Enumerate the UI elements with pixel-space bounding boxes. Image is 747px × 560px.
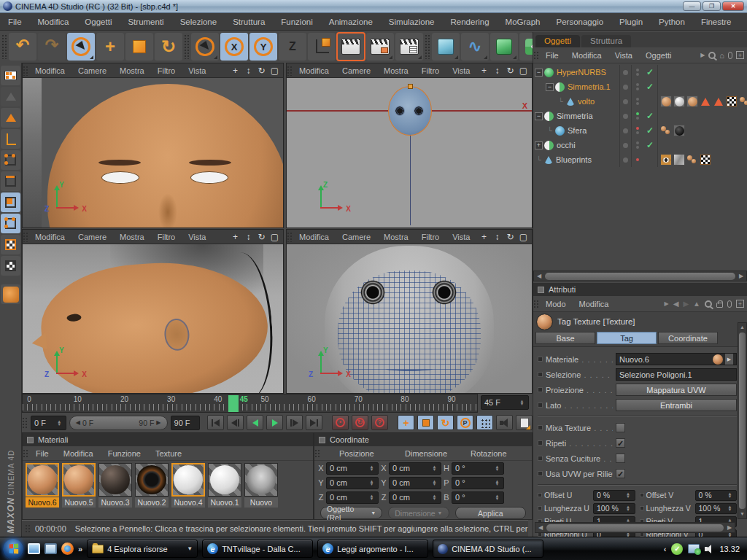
timeline-ruler[interactable]: 0 10 20 30 40 50 60 70 80 90 45	[22, 394, 478, 413]
vp2-menu-modifica[interactable]: Modifica	[293, 66, 336, 75]
om-search-icon[interactable]	[708, 52, 716, 59]
tab-base[interactable]: Base	[535, 332, 595, 344]
vp2-maximize-icon[interactable]: ▢	[518, 65, 529, 76]
om-menu-modifica[interactable]: Modifica	[565, 51, 608, 60]
size-z-field[interactable]: 0 cm▲▼	[389, 491, 441, 504]
texture-mode-button[interactable]	[1, 214, 20, 233]
texture-tag-photo[interactable]	[673, 154, 685, 166]
menu-animazione[interactable]: Animazione	[321, 18, 381, 26]
viewport4-canvas[interactable]: Y X Z	[287, 244, 532, 393]
goto-start-button[interactable]	[207, 415, 224, 430]
polygons-mode-button[interactable]	[1, 192, 20, 212]
vp1-menu-mostra[interactable]: Mostra	[113, 66, 151, 75]
record-keyframe-button[interactable]: •	[332, 415, 349, 430]
vp4-menu-mostra[interactable]: Mostra	[377, 233, 415, 241]
make-editable-button[interactable]	[1, 66, 20, 85]
offset-u-field[interactable]: 0 %▲▼	[593, 490, 635, 501]
start-button[interactable]	[3, 539, 23, 559]
attr-grip[interactable]	[533, 300, 539, 308]
menu-funzioni[interactable]: Funzioni	[273, 18, 320, 26]
vp2-menu-camere[interactable]: Camere	[336, 66, 377, 75]
apply-button[interactable]: Applica	[455, 507, 526, 519]
attr-pin-icon[interactable]	[727, 300, 732, 308]
taskbar-esplora-risorse[interactable]: 4 Esplora risorse ▼	[87, 540, 198, 558]
range-right-arrow[interactable]: ▶	[156, 419, 160, 426]
toolbar-grip-2[interactable]	[184, 34, 190, 59]
key-parameter-button[interactable]: P	[457, 415, 473, 430]
history-back-icon[interactable]: ◀	[673, 300, 679, 308]
scale-tool-button[interactable]	[125, 33, 153, 61]
offset-v-field[interactable]: 0 %▲▼	[695, 490, 738, 501]
vp1-menu-filtro[interactable]: Filtro	[151, 66, 182, 75]
tree-item-volto[interactable]: └ volto	[533, 94, 747, 109]
vp1-maximize-icon[interactable]: ▢	[269, 65, 280, 76]
om-grip[interactable]	[533, 51, 539, 60]
key-scale-button[interactable]	[417, 415, 434, 430]
enabled-check-icon[interactable]: ✓	[643, 140, 657, 150]
tree-item-sfera[interactable]: └ Sfera ✓	[533, 123, 747, 138]
vp2-menu-mostra[interactable]: Mostra	[377, 66, 415, 75]
object-mode-dropdown[interactable]: Oggetto (Rel ▼	[320, 507, 382, 519]
move-tool-button[interactable]: +	[96, 33, 124, 61]
enabled-check-icon[interactable]: ✓	[643, 111, 657, 121]
material-nuovo3[interactable]: Nuovo.3	[98, 463, 132, 508]
materials-menu-funzione[interactable]: Funzione	[101, 449, 148, 458]
rotate-tool-button[interactable]: ↻	[155, 33, 182, 61]
materials-menu-modifica[interactable]: Modifica	[56, 449, 101, 458]
attr-menu-modifica[interactable]: Modifica	[573, 300, 616, 308]
viewport2-canvas[interactable]: X Z X	[287, 78, 532, 228]
play-backward-button[interactable]	[247, 415, 263, 430]
anim-dot[interactable]	[538, 387, 543, 392]
end-frame-field[interactable]: 90 F	[171, 416, 200, 430]
menu-personaggio[interactable]: Personaggio	[549, 18, 612, 26]
tab-tag[interactable]: Tag	[597, 332, 657, 344]
selezione-value-field[interactable]: Selezione Poligoni.1	[616, 368, 737, 381]
live-selection-button[interactable]	[67, 33, 95, 61]
sound-toggle-button[interactable]	[496, 415, 513, 430]
material-nuovo2[interactable]: Nuovo.2	[135, 463, 169, 508]
menu-finestre[interactable]: Finestre	[693, 18, 740, 26]
playhead-marker[interactable]	[228, 395, 239, 413]
redo-button[interactable]: ↷	[38, 33, 66, 61]
size-y-field[interactable]: 0 cm▲▼	[389, 477, 441, 489]
om-menu-file[interactable]: File	[539, 51, 565, 60]
key-position-button[interactable]: +	[398, 415, 414, 430]
last-tool-button[interactable]	[191, 33, 219, 61]
om-menu-oggetti[interactable]: Oggetti	[639, 51, 678, 60]
keyframe-selection-button[interactable]: ?	[371, 415, 388, 430]
simmetria-collapse[interactable]: −	[535, 112, 543, 120]
close-button[interactable]: ✕	[722, 1, 744, 11]
material-nuovo5[interactable]: Nuovo.5	[62, 463, 96, 508]
edges-mode-button[interactable]	[1, 171, 20, 191]
materials-header[interactable]: Materiali	[23, 433, 313, 446]
pos-x-field[interactable]: 0 cm▲▼	[326, 462, 379, 475]
materials-grip[interactable]	[23, 449, 28, 458]
rot-p-field[interactable]: 0 °▲▼	[452, 477, 504, 489]
y-axis-lock-button[interactable]: Y	[249, 33, 277, 61]
vp4-dolly-icon[interactable]: ↕	[492, 231, 503, 242]
material-picker-button[interactable]: ▶	[725, 354, 733, 365]
parent-up-icon[interactable]: ▲	[693, 300, 700, 308]
minimize-button[interactable]: —	[683, 1, 701, 11]
head-model-top[interactable]	[389, 87, 431, 135]
vp2-menu-vista[interactable]: Vista	[446, 66, 476, 75]
menu-python[interactable]: Python	[651, 18, 693, 26]
start-frame-field[interactable]: 0 F ▲▼	[31, 416, 66, 430]
om-path-icon[interactable]	[728, 52, 732, 59]
render-settings-button[interactable]	[395, 33, 423, 61]
mixa-texture-checkbox[interactable]: ✓	[616, 423, 625, 432]
menu-selezione[interactable]: Selezione	[172, 18, 225, 26]
menu-struttura[interactable]: Struttura	[225, 18, 273, 26]
viewport-perspective[interactable]: Modifica Camere Mostra Filtro Vista + ↕ …	[22, 63, 284, 228]
simmetria1-collapse[interactable]: −	[546, 83, 554, 91]
restore-button[interactable]: ❐	[703, 1, 721, 11]
viewport3-canvas[interactable]: Y X Z	[23, 244, 283, 393]
key-rotation-button[interactable]: ↻	[437, 415, 454, 430]
vp3-menu-filtro[interactable]: Filtro	[151, 233, 182, 241]
volume-tray-icon[interactable]	[705, 545, 714, 553]
vp1-menu-vista[interactable]: Vista	[182, 66, 212, 75]
menu-oggetti[interactable]: Oggetti	[77, 18, 120, 26]
viewport-front[interactable]: Modifica Camere Mostra Filtro Vista + ↕ …	[286, 229, 533, 394]
texture-axis-mode-button[interactable]	[1, 108, 20, 128]
range-left-arrow[interactable]: ◀	[76, 419, 80, 426]
